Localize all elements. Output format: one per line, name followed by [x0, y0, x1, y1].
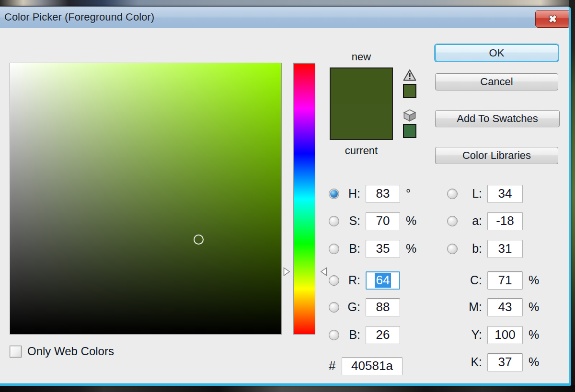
current-color-swatch[interactable]: [331, 104, 392, 139]
add-to-swatches-button[interactable]: Add To Swatches: [435, 110, 560, 127]
dialog-title: Color Picker (Foreground Color): [4, 11, 154, 23]
label-m: M:: [461, 300, 482, 314]
label-r: R:: [343, 273, 360, 287]
radio-s[interactable]: [329, 216, 339, 226]
label-b3: b:: [461, 242, 482, 256]
input-c[interactable]: 71: [487, 271, 523, 290]
input-y[interactable]: 100: [487, 326, 523, 344]
radio-a[interactable]: [447, 216, 458, 226]
input-hex[interactable]: 40581a: [342, 357, 402, 375]
unit-s: %: [406, 214, 423, 228]
radio-g[interactable]: [329, 302, 339, 313]
color-preview-block: [330, 67, 393, 140]
label-b: B:: [343, 242, 360, 256]
radio-h[interactable]: [329, 189, 339, 199]
web-safe-replacement-swatch[interactable]: [403, 124, 416, 138]
field-row-b2: B: 26: [329, 325, 423, 344]
input-s[interactable]: 70: [366, 212, 400, 230]
color-picker-dialog: Color Picker (Foreground Color) ✖ new cu…: [0, 6, 571, 386]
hue-slider[interactable]: [293, 63, 315, 335]
out-of-gamut-warning-icon[interactable]: [403, 69, 416, 81]
field-row-hex: # 40581a: [329, 357, 402, 375]
label-b2: B:: [343, 328, 360, 342]
cancel-button[interactable]: Cancel: [435, 73, 558, 90]
label-c: C:: [461, 273, 482, 287]
titlebar[interactable]: Color Picker (Foreground Color) ✖: [0, 7, 569, 28]
field-row-h: H: 83 °: [329, 184, 423, 203]
hue-slider-arrow-left[interactable]: [283, 267, 290, 276]
field-row-b: B: 35 %: [329, 239, 423, 258]
input-b3[interactable]: 31: [487, 240, 523, 258]
input-b2[interactable]: 26: [366, 326, 400, 344]
input-m[interactable]: 43: [487, 298, 523, 316]
screen: Color Picker (Foreground Color) ✖ new cu…: [0, 0, 575, 392]
radio-b2[interactable]: [329, 330, 339, 340]
input-h[interactable]: 83: [366, 185, 400, 203]
color-libraries-button[interactable]: Color Libraries: [435, 147, 558, 164]
field-row-y: Y: 100 %: [447, 325, 546, 344]
gamut-replacement-swatch[interactable]: [403, 84, 416, 98]
input-r-selected-text: 64: [375, 273, 391, 288]
field-row-s: S: 70 %: [329, 212, 423, 230]
current-color-label: current: [330, 145, 393, 157]
field-row-g: G: 88: [329, 298, 423, 316]
unit-k: %: [529, 355, 546, 369]
field-row-m: M: 43 %: [447, 298, 546, 316]
input-r[interactable]: 64: [366, 271, 400, 290]
unit-y: %: [529, 328, 546, 342]
radio-b[interactable]: [329, 244, 339, 254]
input-g[interactable]: 88: [366, 298, 400, 316]
field-row-a: a: -18: [447, 212, 546, 230]
only-web-colors-row: Only Web Colors: [10, 345, 114, 358]
field-row-b3: b: 31: [447, 239, 546, 258]
field-row-c: C: 71 %: [447, 271, 546, 290]
close-icon: ✖: [549, 14, 557, 24]
ok-button[interactable]: OK: [435, 45, 558, 61]
field-row-r: R: 64: [329, 271, 423, 290]
input-l[interactable]: 34: [487, 185, 523, 203]
field-row-k: K: 37 %: [447, 353, 546, 371]
unit-c: %: [529, 273, 546, 287]
radio-r[interactable]: [329, 275, 339, 286]
radio-b3[interactable]: [447, 244, 458, 254]
input-b[interactable]: 35: [366, 240, 400, 258]
label-k: K:: [461, 355, 482, 369]
only-web-colors-checkbox[interactable]: [10, 346, 22, 358]
label-y: Y:: [461, 328, 482, 342]
label-l: L:: [461, 187, 482, 201]
not-web-safe-cube-icon[interactable]: [403, 109, 416, 122]
saturation-brightness-field[interactable]: [10, 63, 282, 335]
unit-h: °: [406, 187, 423, 201]
color-field-marker[interactable]: [194, 235, 204, 245]
close-button[interactable]: ✖: [535, 10, 570, 28]
field-row-l: L: 34: [447, 184, 546, 203]
radio-l[interactable]: [447, 189, 458, 199]
input-a[interactable]: -18: [487, 212, 523, 230]
new-color-label: new: [330, 51, 393, 63]
new-color-swatch: [331, 68, 392, 104]
unit-m: %: [529, 300, 546, 314]
input-k[interactable]: 37: [487, 353, 523, 371]
label-h: H:: [343, 187, 360, 201]
unit-b: %: [406, 242, 423, 256]
hue-slider-arrow-right[interactable]: [320, 267, 327, 276]
hex-hash-label: #: [329, 358, 339, 373]
label-a: a:: [461, 214, 482, 228]
background-photo-bottom: [0, 385, 575, 392]
only-web-colors-label: Only Web Colors: [27, 345, 114, 358]
label-s: S:: [343, 214, 360, 228]
label-g: G:: [343, 300, 360, 314]
